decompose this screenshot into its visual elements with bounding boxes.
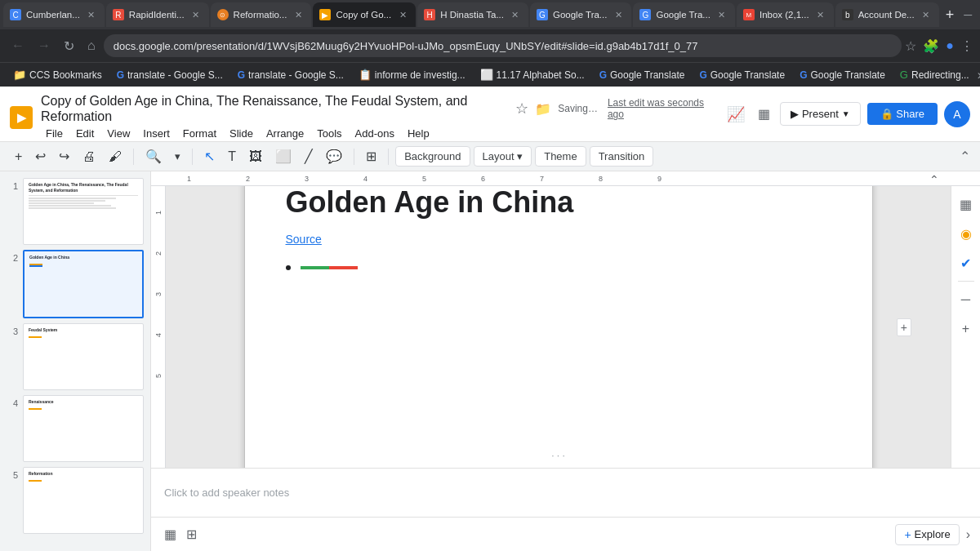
sidebar-more-icon[interactable]: ─ bbox=[955, 288, 978, 311]
slide-canvas[interactable]: Golden Age in China Source bbox=[244, 186, 873, 468]
expand-panel-icon[interactable]: › bbox=[966, 527, 970, 542]
google-account-icon[interactable]: ● bbox=[946, 38, 954, 53]
toolbar-zoom-label[interactable]: ▾ bbox=[170, 147, 185, 166]
tab-google-translate-2[interactable]: G Google Tra... ✕ bbox=[633, 2, 734, 27]
slide-item-4: 4 Renaissance bbox=[7, 395, 144, 462]
menu-help[interactable]: Help bbox=[403, 126, 434, 141]
tab-rapidident[interactable]: R RapidIdenti... ✕ bbox=[106, 2, 209, 27]
minimize-button[interactable]: ─ bbox=[960, 5, 975, 24]
bookmark-informe[interactable]: 📋 informe de investig... bbox=[352, 67, 472, 82]
toolbar-collapse-btn[interactable]: ⌃ bbox=[960, 149, 970, 164]
tab-cumberland[interactable]: C Cumberlan... ✕ bbox=[3, 2, 105, 27]
star-button[interactable]: ☆ bbox=[515, 100, 528, 118]
toolbar-comment-icon[interactable]: 💬 bbox=[321, 145, 347, 167]
slide-thumb-2[interactable]: Golden Age in China bbox=[23, 250, 144, 318]
forward-button[interactable]: → bbox=[33, 35, 56, 56]
tab-close-3[interactable]: ✕ bbox=[292, 8, 305, 21]
toolbar-shapes-icon[interactable]: ⬜ bbox=[270, 145, 296, 167]
menu-addons[interactable]: Add-ons bbox=[350, 126, 399, 141]
slide-thumb-1[interactable]: Golden Age in China, The Renaissance, Th… bbox=[23, 178, 144, 245]
last-edit-status[interactable]: Last edit was seconds ago bbox=[608, 97, 715, 120]
tab-close-2[interactable]: ✕ bbox=[189, 8, 203, 21]
chrome-menu-icon[interactable]: ⋮ bbox=[960, 38, 973, 54]
toolbar-grid-icon[interactable]: ⊞ bbox=[361, 145, 381, 167]
grid-view-icon[interactable]: ▦ bbox=[755, 103, 773, 125]
reload-button[interactable]: ↻ bbox=[59, 35, 79, 57]
tab-inbox[interactable]: M Inbox (2,1... ✕ bbox=[737, 2, 834, 27]
share-button[interactable]: 🔒 Share bbox=[867, 103, 938, 125]
address-input[interactable] bbox=[104, 34, 902, 57]
tab-close-8[interactable]: ✕ bbox=[814, 8, 827, 21]
bookmark-redirecting[interactable]: G Redirecting... bbox=[893, 67, 976, 82]
new-tab-button[interactable]: + bbox=[941, 5, 960, 25]
panel-collapse-button[interactable]: ⌃ bbox=[929, 173, 939, 186]
transition-button[interactable]: Transition bbox=[590, 146, 654, 167]
bookmark-translate-1[interactable]: G translate - Google S... bbox=[110, 68, 229, 82]
menu-edit[interactable]: Edit bbox=[71, 126, 99, 141]
slide-thumb-4[interactable]: Renaissance bbox=[23, 395, 144, 462]
chrome-extension-icon[interactable]: 🧩 bbox=[923, 38, 939, 54]
canvas-area[interactable]: Golden Age in China Source bbox=[166, 186, 951, 468]
animations-icon[interactable]: ✔ bbox=[955, 251, 978, 274]
menu-insert[interactable]: Insert bbox=[138, 126, 175, 141]
tab-close-5[interactable]: ✕ bbox=[509, 8, 522, 21]
grid-view-bottom-icon[interactable]: ▦ bbox=[161, 523, 180, 545]
menu-tools[interactable]: Tools bbox=[312, 126, 346, 141]
toolbar-redo-icon[interactable]: ↪ bbox=[54, 145, 74, 167]
bookmark-gtranslate-3[interactable]: G Google Translate bbox=[793, 68, 892, 82]
toolbar-text-icon[interactable]: T bbox=[223, 146, 241, 167]
toolbar-line-icon[interactable]: ╱ bbox=[300, 145, 318, 167]
menu-arrange[interactable]: Arrange bbox=[261, 126, 309, 141]
layout-button[interactable]: Layout ▾ bbox=[474, 146, 532, 167]
zoom-in-button[interactable]: + bbox=[897, 318, 911, 336]
sidebar-add-icon[interactable]: + bbox=[955, 318, 978, 340]
toolbar-image-icon[interactable]: 🖼 bbox=[244, 146, 267, 167]
bookmark-alphabet[interactable]: ⬜ 11.17 Alphabet So... bbox=[474, 67, 591, 82]
tab-reformation[interactable]: ⊙ Reformatio... ✕ bbox=[211, 2, 312, 27]
tab-favicon-6: G bbox=[537, 9, 548, 20]
slides-panel-icon[interactable]: ▦ bbox=[955, 193, 978, 216]
background-button[interactable]: Background bbox=[395, 146, 470, 167]
shapes-icon[interactable]: ◉ bbox=[955, 222, 978, 245]
toolbar-zoom-icon[interactable]: 🔍 bbox=[140, 145, 167, 167]
menu-view[interactable]: View bbox=[102, 126, 135, 141]
menu-format[interactable]: Format bbox=[178, 126, 221, 141]
bookmark-ccs[interactable]: 📁 CCS Bookmarks bbox=[7, 67, 109, 82]
tab-google-translate-1[interactable]: G Google Tra... ✕ bbox=[530, 2, 631, 27]
bookmark-star-icon[interactable]: ☆ bbox=[905, 38, 916, 54]
filmstrip-icon[interactable]: ⊞ bbox=[183, 523, 200, 545]
speaker-notes[interactable]: Click to add speaker notes bbox=[151, 468, 980, 517]
toolbar-format-paint-icon[interactable]: 🖌 bbox=[104, 146, 127, 167]
user-avatar[interactable]: A bbox=[944, 101, 970, 127]
slide-thumb-5[interactable]: Reformation bbox=[23, 467, 144, 534]
tab-copy-of-golden[interactable]: ▶ Copy of Go... ✕ bbox=[313, 2, 416, 27]
bookmark-gtranslate-2[interactable]: G Google Translate bbox=[693, 68, 791, 82]
tab-close-4[interactable]: ✕ bbox=[396, 8, 409, 21]
back-button[interactable]: ← bbox=[7, 35, 29, 56]
theme-button[interactable]: Theme bbox=[535, 146, 586, 167]
menu-slide[interactable]: Slide bbox=[225, 126, 258, 141]
menu-file[interactable]: File bbox=[41, 126, 68, 141]
present-button[interactable]: ▶ Present ▼ bbox=[780, 102, 861, 126]
toolbar-undo-icon[interactable]: ↩ bbox=[30, 145, 51, 167]
move-to-folder-icon[interactable]: 📁 bbox=[535, 101, 551, 117]
home-button[interactable]: ⌂ bbox=[82, 35, 100, 56]
toolbar-print-icon[interactable]: 🖨 bbox=[78, 146, 100, 167]
activity-icon[interactable]: 📈 bbox=[724, 102, 748, 127]
toolbar-select-icon[interactable]: ↖ bbox=[199, 145, 220, 167]
tab-close-9[interactable]: ✕ bbox=[920, 8, 933, 21]
ruler-v-num-4: 4 bbox=[154, 333, 163, 337]
slide-thumb-title-4: Renaissance bbox=[29, 399, 138, 405]
tab-account[interactable]: b Account De... ✕ bbox=[835, 2, 939, 27]
slide-thumb-3[interactable]: Feudal System bbox=[23, 323, 144, 390]
toolbar-add-icon[interactable]: + bbox=[10, 146, 27, 167]
ruler-num-3: 3 bbox=[305, 175, 309, 183]
tab-close-7[interactable]: ✕ bbox=[715, 8, 728, 21]
tab-close-1[interactable]: ✕ bbox=[85, 8, 98, 21]
slide-source-link[interactable]: Source bbox=[286, 233, 831, 246]
bookmark-translate-2[interactable]: G translate - Google S... bbox=[231, 68, 350, 82]
tab-dinastia[interactable]: H H Dinastia Ta... ✕ bbox=[417, 2, 528, 27]
bookmark-gtranslate-1[interactable]: G Google Translate bbox=[593, 68, 692, 82]
tab-close-6[interactable]: ✕ bbox=[612, 8, 625, 21]
explore-button[interactable]: + Explore bbox=[895, 524, 959, 545]
